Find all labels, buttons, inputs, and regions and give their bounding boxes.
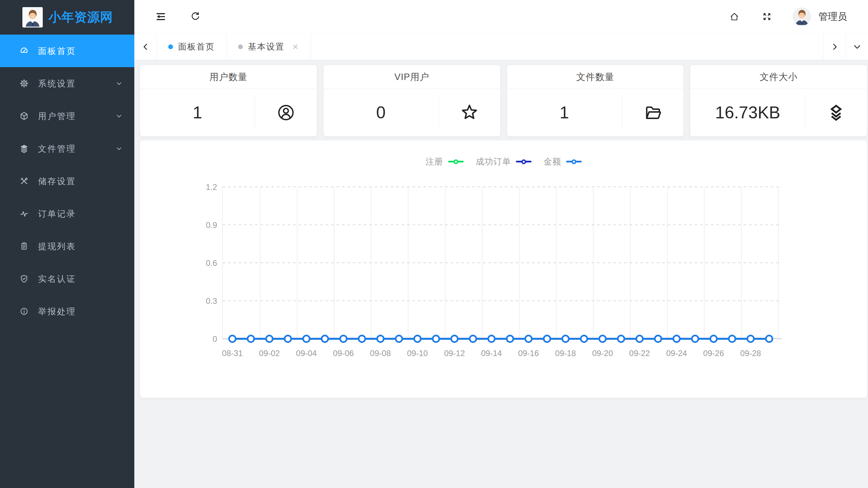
- tab-dashboard[interactable]: 面板首页: [157, 34, 227, 60]
- star-icon: [439, 103, 500, 122]
- fullscreen-icon[interactable]: [760, 10, 774, 23]
- stat-card-value: 1: [507, 103, 622, 122]
- chevron-down-icon: [115, 145, 123, 152]
- chevron-down-icon: [115, 112, 123, 120]
- collapse-menu-icon[interactable]: [154, 10, 168, 23]
- svg-text:0.6: 0.6: [206, 258, 217, 268]
- svg-text:0.9: 0.9: [206, 220, 217, 230]
- tabs-menu-dropdown-button[interactable]: [846, 34, 868, 60]
- app-title: 小年资源网: [49, 9, 113, 26]
- stat-card-value: 1: [140, 103, 255, 122]
- stat-card-users: 用户数量 1: [140, 65, 317, 136]
- sidebar-item-withdrawal-list[interactable]: 提现列表: [0, 230, 134, 262]
- svg-text:0: 0: [213, 334, 217, 344]
- stat-cards-row: 用户数量 1 VIP用户 0 文件数量: [140, 65, 867, 136]
- stat-card-title: 用户数量: [140, 65, 317, 89]
- legend-item[interactable]: 成功订单: [476, 156, 532, 167]
- svg-text:09-02: 09-02: [259, 349, 279, 358]
- sidebar-item-label: 文件管理: [38, 143, 76, 154]
- close-icon[interactable]: [292, 43, 299, 51]
- stat-card-value: 0: [324, 103, 438, 122]
- sidebar-item-order-records[interactable]: 订单记录: [0, 197, 134, 230]
- svg-text:09-18: 09-18: [555, 349, 576, 358]
- legend-marker: [516, 161, 532, 162]
- sidebar-item-label: 储存设置: [38, 176, 76, 187]
- tools-icon: [19, 176, 29, 186]
- stat-card-title: 文件大小: [690, 65, 867, 89]
- sidebar-item-file-management[interactable]: 文件管理: [0, 132, 134, 165]
- stat-card-value: 16.73KB: [690, 103, 805, 122]
- home-icon[interactable]: [728, 10, 741, 23]
- dashboard-icon: [19, 46, 29, 56]
- svg-text:09-26: 09-26: [703, 349, 724, 358]
- svg-text:09-08: 09-08: [370, 349, 391, 358]
- stat-card-title: VIP用户: [324, 65, 500, 89]
- sidebar-item-label: 举报处理: [38, 306, 76, 317]
- tab-basic-settings[interactable]: 基本设置: [227, 34, 311, 60]
- sidebar-menu: 面板首页 系统设置: [0, 35, 134, 328]
- sidebar-item-dashboard[interactable]: 面板首页: [0, 35, 134, 67]
- refresh-icon[interactable]: [189, 10, 202, 23]
- chart-legend: 注册成功订单金额: [140, 156, 867, 167]
- logo-avatar-image: [22, 7, 43, 27]
- stat-card-file-size: 文件大小 16.73KB: [690, 65, 867, 136]
- stat-card-files: 文件数量 1: [507, 65, 684, 136]
- tabs-scroll-left-button[interactable]: [134, 34, 157, 60]
- svg-text:09-04: 09-04: [296, 349, 317, 358]
- tab-label: 基本设置: [248, 41, 285, 52]
- sidebar-item-real-name-verification[interactable]: 实名认证: [0, 262, 134, 295]
- svg-text:09-24: 09-24: [666, 349, 687, 358]
- user-avatar: [793, 7, 811, 26]
- header-right-actions: 管理员: [728, 7, 868, 26]
- stack-icon: [806, 103, 867, 122]
- tab-inactive-dot: [238, 44, 243, 49]
- tabbar-spacer: [311, 34, 823, 60]
- sidebar-item-label: 订单记录: [38, 208, 76, 219]
- pulse-icon: [19, 209, 29, 219]
- top-header: 管理员: [134, 0, 868, 34]
- sidebar-item-storage-settings[interactable]: 储存设置: [0, 165, 134, 197]
- clipboard-icon: [19, 241, 29, 251]
- sidebar-item-label: 实名认证: [38, 273, 76, 285]
- legend-label: 成功订单: [476, 156, 511, 167]
- legend-marker: [566, 161, 582, 162]
- sidebar-item-label: 系统设置: [38, 78, 76, 89]
- cube-icon: [19, 111, 29, 121]
- legend-label: 金额: [544, 156, 561, 167]
- app-logo[interactable]: 小年资源网: [0, 0, 134, 35]
- stat-card-vip-users: VIP用户 0: [324, 65, 500, 136]
- header-left-actions: [134, 10, 202, 23]
- svg-text:0.3: 0.3: [206, 296, 217, 306]
- svg-text:09-22: 09-22: [629, 349, 650, 358]
- user-menu[interactable]: 管理员: [793, 7, 847, 26]
- stat-card-body: 0: [324, 89, 500, 136]
- line-chart: 00.30.60.91.208-3109-0209-0409-0609-0809…: [140, 140, 867, 398]
- shield-check-icon: [19, 274, 29, 284]
- folder-open-icon: [622, 103, 683, 122]
- sidebar-item-user-management[interactable]: 用户管理: [0, 100, 134, 132]
- stat-card-body: 1: [140, 89, 317, 136]
- svg-text:09-10: 09-10: [407, 349, 428, 358]
- legend-label: 注册: [426, 156, 443, 167]
- svg-text:1.2: 1.2: [206, 182, 217, 192]
- sidebar-item-label: 面板首页: [38, 45, 76, 57]
- tab-label: 面板首页: [178, 41, 215, 52]
- gear-icon: [19, 78, 29, 89]
- tabs-scroll-right-button[interactable]: [823, 34, 846, 60]
- sidebar-item-label: 用户管理: [38, 111, 76, 122]
- tab-active-dot: [168, 44, 173, 49]
- user-name: 管理员: [818, 10, 847, 23]
- stat-card-title: 文件数量: [507, 65, 684, 89]
- svg-text:09-12: 09-12: [444, 349, 465, 358]
- tab-bar: 面板首页 基本设置: [134, 34, 868, 60]
- info-circle-icon: [19, 306, 29, 316]
- sidebar-item-report-handling[interactable]: 举报处理: [0, 295, 134, 328]
- chart-panel: 注册成功订单金额 00.30.60.91.208-3109-0209-0409-…: [140, 140, 867, 398]
- svg-text:09-16: 09-16: [518, 349, 539, 358]
- sidebar-item-system-settings[interactable]: 系统设置: [0, 67, 134, 100]
- sidebar-item-label: 提现列表: [38, 241, 76, 252]
- sidebar: 小年资源网 面板首页 系统设置: [0, 0, 134, 488]
- legend-item[interactable]: 金额: [544, 156, 582, 167]
- legend-item[interactable]: 注册: [426, 156, 464, 167]
- legend-marker: [448, 161, 464, 162]
